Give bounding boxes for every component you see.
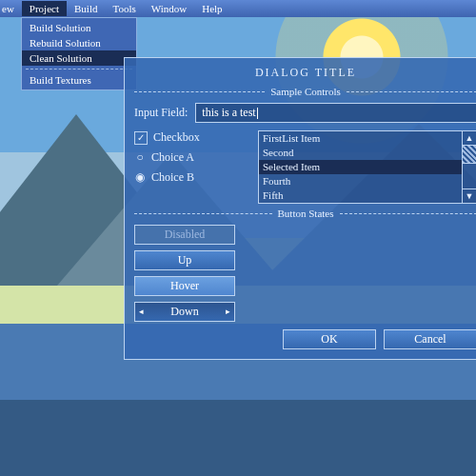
menubar: ew Project Build Tools Window Help bbox=[0, 0, 476, 17]
scroll-down-icon[interactable]: ▼ bbox=[463, 188, 476, 203]
listbox[interactable]: FirstList Item Second Selected Item Four… bbox=[258, 130, 476, 204]
down-button[interactable]: ◂Down▸ bbox=[134, 302, 235, 322]
radio-choice-b[interactable]: ◉ Choice B bbox=[134, 170, 248, 185]
section-header-buttons: Button States bbox=[134, 208, 476, 219]
list-item[interactable]: Fifth bbox=[259, 188, 462, 203]
list-item[interactable]: Fourth bbox=[259, 174, 462, 188]
dropdown-item-selected[interactable]: Clean Solution bbox=[22, 50, 136, 66]
checkbox-label: Checkbox bbox=[153, 130, 200, 145]
dropdown-item[interactable]: Rebuild Solution bbox=[22, 35, 136, 50]
section-header-controls: Sample Controls bbox=[134, 86, 476, 97]
checkbox[interactable]: ✓ Checkbox bbox=[134, 130, 248, 145]
arrow-left-icon: ◂ bbox=[139, 307, 144, 316]
radio-label: Choice A bbox=[151, 150, 194, 165]
project-dropdown: Build Solution Rebuild Solution Clean So… bbox=[21, 17, 137, 90]
up-button[interactable]: Up bbox=[134, 250, 235, 270]
menu-item-window[interactable]: Window bbox=[144, 1, 194, 16]
list-item[interactable]: Second bbox=[259, 146, 462, 160]
menu-item-tools[interactable]: Tools bbox=[105, 1, 143, 16]
text-input[interactable]: this is a test bbox=[195, 103, 476, 123]
arrow-right-icon: ▸ bbox=[226, 307, 230, 316]
dropdown-separator bbox=[26, 69, 132, 69]
dialog-title: DIALOG TITLE bbox=[134, 66, 476, 80]
input-label: Input Field: bbox=[134, 106, 188, 120]
list-item-selected[interactable]: Selected Item bbox=[259, 160, 462, 174]
menu-item-build[interactable]: Build bbox=[67, 1, 105, 16]
hover-button[interactable]: Hover bbox=[134, 276, 235, 296]
radio-icon: ◉ bbox=[134, 172, 146, 184]
radio-icon: ○ bbox=[134, 152, 146, 164]
cancel-button[interactable]: Cancel bbox=[384, 329, 476, 349]
scroll-up-icon[interactable]: ▲ bbox=[463, 131, 476, 146]
dropdown-item[interactable]: Build Solution bbox=[22, 20, 136, 35]
list-item[interactable]: FirstList Item bbox=[259, 131, 462, 146]
dialog: DIALOG TITLE Sample Controls Input Field… bbox=[124, 57, 476, 360]
radio-label: Choice B bbox=[151, 170, 194, 185]
scrollbar[interactable]: ▲ ▼ bbox=[462, 131, 476, 203]
disabled-button: Disabled bbox=[134, 225, 235, 245]
dropdown-item[interactable]: Build Textures bbox=[22, 72, 136, 88]
menu-item-project[interactable]: Project bbox=[22, 1, 67, 16]
checkbox-icon: ✓ bbox=[134, 131, 148, 145]
radio-choice-a[interactable]: ○ Choice A bbox=[134, 150, 248, 165]
scroll-track[interactable] bbox=[463, 164, 476, 188]
scroll-thumb[interactable] bbox=[463, 146, 476, 164]
menu-item-help[interactable]: Help bbox=[194, 1, 229, 16]
ok-button[interactable]: OK bbox=[283, 329, 376, 349]
menu-item-view[interactable]: ew bbox=[0, 1, 22, 16]
